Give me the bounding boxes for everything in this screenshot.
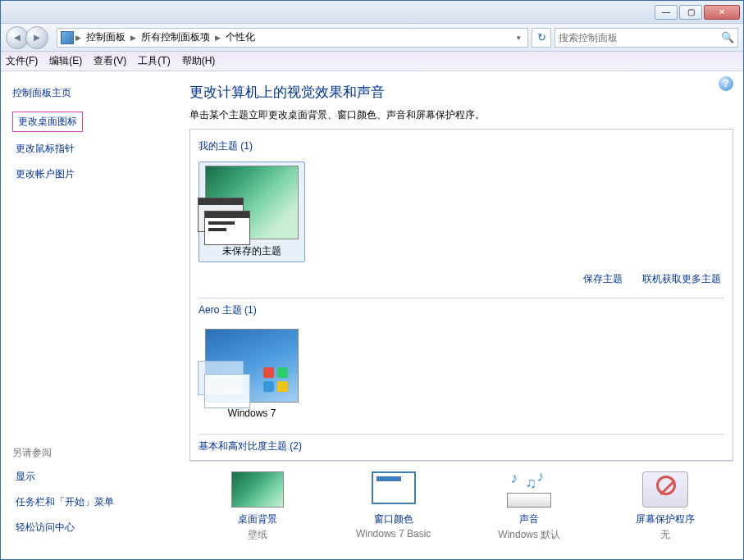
save-theme-link[interactable]: 保存主题 <box>583 272 623 286</box>
menu-bar: 文件(F) 编辑(E) 查看(V) 工具(T) 帮助(H) <box>1 52 743 71</box>
theme-label: Windows 7 <box>228 407 276 419</box>
section-divider <box>199 298 724 298</box>
theme-item-windows7[interactable]: Windows 7 <box>199 326 305 422</box>
footer-desktop-background[interactable]: 桌面背景 壁纸 <box>196 471 319 542</box>
mini-window-icon <box>204 211 250 245</box>
windows-logo-icon <box>263 367 288 392</box>
menu-file[interactable]: 文件(F) <box>6 54 38 68</box>
maximize-button[interactable]: ▢ <box>679 5 702 20</box>
see-also-ease-of-access[interactable]: 轻松访问中心 <box>12 519 162 536</box>
window-titlebar: — ▢ ✕ <box>1 1 743 24</box>
footer-label: 屏幕保护程序 <box>636 512 695 526</box>
sounds-icon: ♪ ♫ ♪ <box>503 471 555 508</box>
breadcrumb-dropdown-icon[interactable]: ▾ <box>513 34 524 42</box>
search-icon[interactable]: 🔍 <box>721 31 734 43</box>
location-icon <box>61 31 74 44</box>
desktop-background-icon <box>231 471 284 508</box>
personalization-footer: 桌面背景 壁纸 窗口颜色 Windows 7 Basic ♪ ♫ ♪ <box>189 461 733 559</box>
menu-tools[interactable]: 工具(T) <box>138 54 170 68</box>
main-panel: ? 更改计算机上的视觉效果和声音 单击某个主题立即更改桌面背景、窗口颜色、声音和… <box>173 71 743 559</box>
theme-preview <box>205 329 299 403</box>
menu-edit[interactable]: 编辑(E) <box>49 54 82 68</box>
refresh-button[interactable]: ↻ <box>532 28 551 48</box>
section-basic-themes-title: 基本和高对比度主题 (2) <box>199 439 724 453</box>
sidebar-link-mouse-pointers[interactable]: 更改鼠标指针 <box>12 140 162 157</box>
breadcrumb-item-all-items[interactable]: 所有控制面板项 <box>138 30 213 44</box>
get-more-themes-link[interactable]: 联机获取更多主题 <box>642 272 721 286</box>
theme-label: 未保存的主题 <box>222 244 281 258</box>
footer-sub: Windows 默认 <box>498 528 560 542</box>
see-also-taskbar[interactable]: 任务栏和「开始」菜单 <box>12 494 162 511</box>
breadcrumb-item-control-panel[interactable]: 控制面板 <box>83 30 129 44</box>
footer-sub: 无 <box>660 528 670 542</box>
themes-scroll-area[interactable]: 我的主题 (1) 未保存的主题 保存主题 联机获取更多主题 Aero <box>189 129 733 461</box>
footer-label: 声音 <box>519 512 539 526</box>
address-breadcrumb[interactable]: ▶ 控制面板 ▶ 所有控制面板项 ▶ 个性化 ▾ <box>57 28 528 48</box>
content-body: 控制面板主页 更改桌面图标 更改鼠标指针 更改帐户图片 另请参阅 显示 任务栏和… <box>1 71 743 559</box>
footer-sub: 壁纸 <box>248 528 267 542</box>
sidebar-link-desktop-icons[interactable]: 更改桌面图标 <box>12 112 83 132</box>
see-also-title: 另请参阅 <box>12 446 162 460</box>
page-title: 更改计算机上的视觉效果和声音 <box>189 83 733 102</box>
mini-window-icon <box>204 374 250 408</box>
breadcrumb-item-personalization[interactable]: 个性化 <box>222 30 258 44</box>
search-box[interactable]: 🔍 <box>555 28 738 48</box>
section-divider <box>199 434 724 435</box>
menu-view[interactable]: 查看(V) <box>94 54 126 68</box>
aero-themes-row: Windows 7 <box>199 326 724 422</box>
theme-item-unsaved[interactable]: 未保存的主题 <box>199 162 305 262</box>
footer-label: 桌面背景 <box>238 512 277 526</box>
refresh-icon: ↻ <box>537 31 546 43</box>
chevron-right-icon[interactable]: ▶ <box>75 34 81 42</box>
section-my-themes-title: 我的主题 (1) <box>199 139 724 153</box>
chevron-right-icon[interactable]: ▶ <box>130 34 136 42</box>
page-subtitle: 单击某个主题立即更改桌面背景、窗口颜色、声音和屏幕保护程序。 <box>189 108 733 122</box>
window-color-icon <box>367 471 420 508</box>
sidebar-see-also: 另请参阅 显示 任务栏和「开始」菜单 轻松访问中心 <box>12 446 162 544</box>
navigation-bar: ◄ ► ▶ 控制面板 ▶ 所有控制面板项 ▶ 个性化 ▾ ↻ 🔍 <box>1 24 743 52</box>
theme-preview <box>205 166 299 239</box>
footer-label: 窗口颜色 <box>374 512 413 526</box>
search-input[interactable] <box>559 32 721 43</box>
help-icon[interactable]: ? <box>719 76 733 91</box>
minimize-button[interactable]: — <box>655 5 678 20</box>
theme-action-links: 保存主题 联机获取更多主题 <box>199 272 721 286</box>
chevron-right-icon[interactable]: ▶ <box>215 34 221 42</box>
section-aero-themes-title: Aero 主题 (1) <box>199 303 724 317</box>
footer-sounds[interactable]: ♪ ♫ ♪ 声音 Windows 默认 <box>468 471 591 542</box>
close-button[interactable]: ✕ <box>704 5 740 20</box>
footer-screensaver[interactable]: 屏幕保护程序 无 <box>604 471 727 542</box>
footer-window-color[interactable]: 窗口颜色 Windows 7 Basic <box>332 471 455 540</box>
sidebar-title[interactable]: 控制面板主页 <box>12 86 162 100</box>
sidebar-link-account-picture[interactable]: 更改帐户图片 <box>12 166 162 183</box>
control-panel-window: — ▢ ✕ ◄ ► ▶ 控制面板 ▶ 所有控制面板项 ▶ 个性化 ▾ ↻ 🔍 文… <box>0 0 744 560</box>
screensaver-icon <box>639 471 692 508</box>
sidebar: 控制面板主页 更改桌面图标 更改鼠标指针 更改帐户图片 另请参阅 显示 任务栏和… <box>1 71 173 559</box>
footer-sub: Windows 7 Basic <box>356 528 431 540</box>
nav-history-buttons: ◄ ► <box>6 26 48 49</box>
see-also-display[interactable]: 显示 <box>12 468 162 485</box>
menu-help[interactable]: 帮助(H) <box>182 54 216 68</box>
my-themes-row: 未保存的主题 <box>199 162 724 262</box>
forward-button[interactable]: ► <box>25 26 48 49</box>
